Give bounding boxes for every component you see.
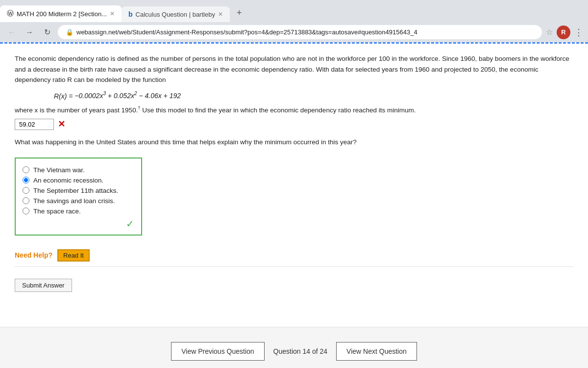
answer-row: ✕ <box>15 119 573 130</box>
option-2-label: An economic recession. <box>33 177 103 184</box>
tab-bartleby[interactable]: b Calculus Question | bartleby ✕ <box>122 6 230 22</box>
back-button[interactable]: ← <box>5 26 19 39</box>
next-question-button[interactable]: View Next Question <box>336 342 417 361</box>
question-paragraph: The economic dependency ratio is defined… <box>15 53 573 85</box>
formula-rhs: −0.0002x3 + 0.052x2 − 4.06x + 192 <box>74 92 181 100</box>
radio-opt5[interactable] <box>23 208 29 214</box>
refresh-button[interactable]: ↻ <box>40 26 54 39</box>
read-it-button[interactable]: Read It <box>57 249 90 262</box>
divider <box>15 266 573 267</box>
address-box[interactable]: 🔒 webassign.net/web/Student/Assignment-R… <box>58 25 542 39</box>
answer-input[interactable] <box>15 119 54 130</box>
option-5-label: The space race. <box>33 208 81 215</box>
tab-math200[interactable]: Ⓦ MATH 200 Midterm 2 [Section... ✕ <box>0 5 122 22</box>
options-box: The Vietnam war. An economic recession. … <box>15 158 142 236</box>
followup-text: What was happening in the United States … <box>15 137 573 148</box>
question-counter: Question 14 of 24 <box>265 347 337 355</box>
webassign-icon: Ⓦ <box>7 9 14 18</box>
submit-button[interactable]: Submit Answer <box>15 279 72 292</box>
option-3-label: The September 11th attacks. <box>33 187 118 194</box>
radio-opt1[interactable] <box>23 166 29 173</box>
page-content: The economic dependency ratio is defined… <box>0 42 588 327</box>
correct-checkmark: ✓ <box>23 218 134 230</box>
need-help-label: Need Help? <box>15 251 52 259</box>
submit-section: Submit Answer <box>15 279 573 297</box>
forward-button[interactable]: → <box>23 26 36 39</box>
option-2[interactable]: An economic recession. <box>23 177 134 184</box>
tab-bartleby-label: Calculus Question | bartleby <box>136 11 215 18</box>
option-4[interactable]: The savings and loan crisis. <box>23 197 134 205</box>
formula-lhs: R(x) = <box>54 92 74 100</box>
radio-opt2[interactable] <box>23 177 29 184</box>
address-bar-row: ← → ↻ 🔒 webassign.net/web/Student/Assign… <box>0 22 588 42</box>
menu-icon[interactable]: ⋮ <box>574 27 583 38</box>
option-3[interactable]: The September 11th attacks. <box>23 187 134 194</box>
radio-opt4[interactable] <box>23 197 29 204</box>
tab-bartleby-close[interactable]: ✕ <box>218 11 223 18</box>
new-tab-button[interactable]: + <box>230 4 249 22</box>
wrong-icon: ✕ <box>58 119 65 130</box>
option-4-label: The savings and loan crisis. <box>33 197 115 205</box>
tab-math200-label: MATH 200 Midterm 2 [Section... <box>17 10 107 18</box>
tab-bar: Ⓦ MATH 200 Midterm 2 [Section... ✕ b Cal… <box>0 0 588 22</box>
formula: R(x) = −0.0002x3 + 0.052x2 − 4.06x + 192 <box>54 91 573 100</box>
where-text: where x is the number of years past 1950… <box>15 105 573 114</box>
paragraph1: The economic dependency ratio is defined… <box>15 53 573 85</box>
prev-question-button[interactable]: View Previous Question <box>171 342 264 361</box>
option-1-label: The Vietnam war. <box>33 166 85 174</box>
option-1[interactable]: The Vietnam war. <box>23 166 134 174</box>
option-5[interactable]: The space race. <box>23 208 134 215</box>
profile-button[interactable]: R <box>557 26 570 39</box>
address-text: webassign.net/web/Student/Assignment-Res… <box>76 28 534 36</box>
lock-icon: 🔒 <box>66 28 74 36</box>
tab-math200-close[interactable]: ✕ <box>110 10 115 17</box>
bartleby-icon: b <box>128 10 133 18</box>
question-nav-bar: View Previous Question Question 14 of 24… <box>0 327 588 368</box>
need-help-section: Need Help? Read It <box>15 249 573 262</box>
radio-opt3[interactable] <box>23 187 29 194</box>
bookmark-icon[interactable]: ☆ <box>546 27 553 37</box>
